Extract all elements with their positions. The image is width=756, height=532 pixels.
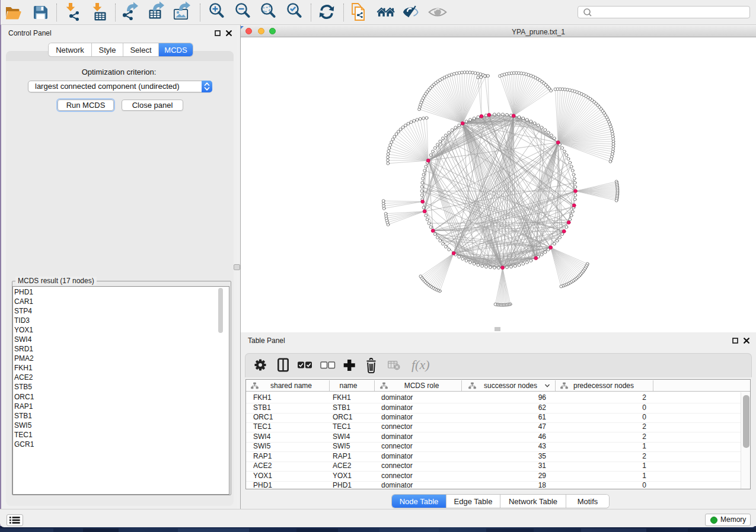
svg-text:f(x): f(x): [412, 357, 430, 372]
